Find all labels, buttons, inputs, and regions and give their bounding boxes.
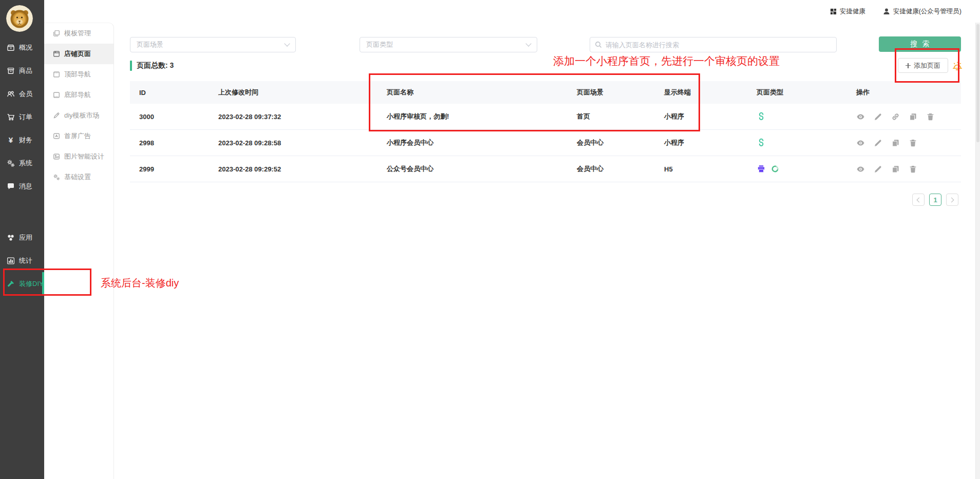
page-type-select-value: 页面类型 <box>366 40 393 49</box>
merchant-switcher[interactable]: 安捷健康 <box>830 7 865 16</box>
submenu-item-bottom-nav[interactable]: 底部导航 <box>44 85 114 105</box>
search-button[interactable]: 搜索 <box>879 36 961 52</box>
wechat-icon <box>770 164 780 174</box>
col-header-scene: 页面场景 <box>577 88 664 97</box>
sidebar-item-label: 系统 <box>19 159 32 168</box>
edit-icon[interactable] <box>874 165 882 174</box>
plus-icon <box>906 63 911 68</box>
link-icon[interactable] <box>891 112 900 121</box>
next-page-button[interactable] <box>946 194 958 206</box>
members-icon <box>7 90 15 98</box>
system-icon <box>7 159 15 167</box>
search-input[interactable] <box>590 37 837 52</box>
submenu-item-label: 底部导航 <box>64 90 91 100</box>
edit-icon[interactable] <box>874 139 882 147</box>
delete-icon[interactable] <box>909 139 917 147</box>
pagination: 1 <box>912 194 958 206</box>
vertical-scrollbar[interactable] <box>975 23 980 479</box>
add-page-label: 添加页面 <box>914 61 940 70</box>
topbar: 安捷健康 安捷健康(公众号管理员) <box>44 0 980 23</box>
cell-page-type <box>757 164 856 174</box>
table-row: 3000 2023-02-28 09:37:32 小程序审核页，勿删! 首页 小… <box>130 104 961 130</box>
col-header-actions: 操作 <box>856 88 961 97</box>
stats-icon <box>7 257 15 265</box>
total-row: 页面总数: 3 <box>130 61 174 71</box>
submenu-item-top-nav[interactable]: 顶部导航 <box>44 64 114 85</box>
overview-icon <box>7 44 15 52</box>
alarm-bell-icon[interactable] <box>952 61 963 72</box>
delete-icon[interactable] <box>909 165 917 174</box>
cell-page-type <box>757 112 856 121</box>
sidebar-item-overview[interactable]: 概况 <box>0 36 44 59</box>
chevron-left-icon <box>917 197 922 202</box>
top-nav-icon <box>53 71 60 78</box>
cell-actions <box>856 139 961 147</box>
submenu-item-smart-design[interactable]: 图片智能设计 <box>44 146 114 167</box>
chevron-right-icon <box>949 197 954 202</box>
current-page: 1 <box>933 196 937 204</box>
page-scene-select[interactable]: 页面场景 <box>130 37 296 52</box>
add-page-button[interactable]: 添加页面 <box>898 58 948 73</box>
admin-page: 概况 商品 会员 订单 ¥ <box>0 0 980 479</box>
pages-table: ID 上次修改时间 页面名称 页面场景 显示终端 页面类型 操作 3000 20… <box>130 81 961 182</box>
sidebar-item-decorate-diy[interactable]: 装修DIY <box>0 272 44 295</box>
brand-logo[interactable] <box>6 5 33 32</box>
search-field-wrap <box>590 37 837 52</box>
col-header-id: ID <box>139 89 218 97</box>
goods-icon <box>7 67 15 75</box>
smart-design-icon <box>53 153 60 160</box>
sidebar-item-finance[interactable]: ¥ 财务 <box>0 128 44 151</box>
submenu-item-shop-pages[interactable]: 店铺页面 <box>44 44 114 64</box>
view-icon[interactable] <box>856 139 865 147</box>
view-icon[interactable] <box>856 165 865 174</box>
basic-settings-icon <box>53 174 60 181</box>
diy-market-icon <box>53 112 60 119</box>
submenu-item-splash-ad[interactable]: 首屏广告 <box>44 126 114 146</box>
sidebar-item-system[interactable]: 系统 <box>0 151 44 175</box>
cell-id: 2998 <box>139 139 218 147</box>
sidebar-item-stats[interactable]: 统计 <box>0 249 44 272</box>
apps-icon <box>7 234 15 242</box>
cell-id: 3000 <box>139 113 218 121</box>
splash-ad-icon <box>53 132 60 140</box>
prev-page-button[interactable] <box>912 194 925 206</box>
view-icon[interactable] <box>856 112 865 121</box>
cell-actions <box>856 165 961 174</box>
page-number-button[interactable]: 1 <box>929 194 941 206</box>
submenu-item-label: 顶部导航 <box>64 70 91 79</box>
sidebar-item-members[interactable]: 会员 <box>0 82 44 105</box>
copy-icon[interactable] <box>909 112 917 121</box>
submenu-item-basic-settings[interactable]: 基础设置 <box>44 167 114 187</box>
submenu-item-template-manage[interactable]: 模板管理 <box>44 23 114 44</box>
sidebar-item-messages[interactable]: 消息 <box>0 175 44 198</box>
search-icon <box>595 41 602 48</box>
submenu-item-diy-market[interactable]: diy模板市场 <box>44 105 114 126</box>
submenu-item-label: 基础设置 <box>64 173 91 182</box>
edit-icon[interactable] <box>874 112 882 121</box>
sidebar-item-label: 消息 <box>19 182 32 191</box>
submenu-item-label: 首屏广告 <box>64 131 91 141</box>
account-menu[interactable]: 安捷健康(公众号管理员) <box>883 7 962 16</box>
submenu-item-label: 模板管理 <box>64 29 91 38</box>
delete-icon[interactable] <box>926 112 935 121</box>
copy-icon[interactable] <box>891 165 900 174</box>
finance-icon: ¥ <box>7 136 15 144</box>
page-total-label: 页面总数: 3 <box>137 61 174 70</box>
col-header-type: 页面类型 <box>757 88 856 97</box>
page-type-select[interactable]: 页面类型 <box>360 37 537 52</box>
decorate-icon <box>7 280 15 288</box>
primary-nav: 概况 商品 会员 订单 ¥ <box>0 36 44 198</box>
scrollbar-thumb[interactable] <box>976 24 979 142</box>
account-name: 安捷健康(公众号管理员) <box>893 7 962 16</box>
user-icon <box>883 8 890 15</box>
template-manage-icon <box>53 30 60 37</box>
sidebar-item-orders[interactable]: 订单 <box>0 105 44 128</box>
page-scene-select-value: 页面场景 <box>137 40 163 49</box>
sidebar-item-goods[interactable]: 商品 <box>0 59 44 82</box>
copy-icon[interactable] <box>891 139 900 147</box>
cell-scene: 会员中心 <box>577 164 664 174</box>
col-header-terminal: 显示终端 <box>664 88 757 97</box>
sidebar-item-apps[interactable]: 应用 <box>0 226 44 249</box>
cell-page-type <box>757 138 856 147</box>
table-row: 2999 2023-02-28 09:29:52 公众号会员中心 会员中心 H5 <box>130 156 961 182</box>
